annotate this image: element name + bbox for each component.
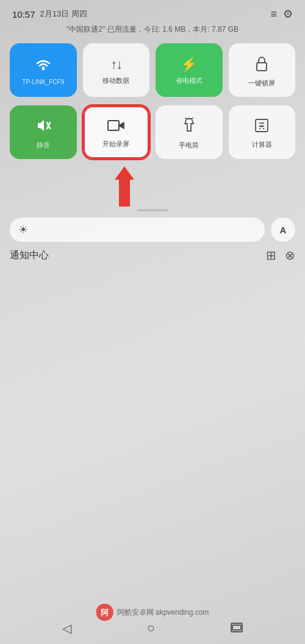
scroll-bar <box>137 209 168 211</box>
notification-center-bar: 通知中心 ⊞ ⊗ <box>10 248 295 263</box>
silent-label: 静音 <box>37 141 50 150</box>
power-mode-label: 省电模式 <box>176 76 203 85</box>
tile-power-mode[interactable]: ⚡ 省电模式 <box>156 43 223 97</box>
calculator-label: 计算器 <box>252 140 272 149</box>
menu-icon: ≡ <box>270 8 277 21</box>
bottom-nav: ◁ ○ <box>0 612 305 644</box>
notification-area <box>0 269 305 391</box>
status-date: 2月13日 周四 <box>40 9 87 19</box>
tile-calculator[interactable]: 计算器 <box>229 105 296 159</box>
quick-tiles-grid: TP-LINK_FCF9 ↑↓ 移动数据 ⚡ 省电模式 一键锁屏 <box>0 40 305 101</box>
tile-wifi[interactable]: TP-LINK_FCF9 <box>10 43 77 97</box>
silent-icon <box>35 118 51 136</box>
flashlight-icon <box>182 118 196 136</box>
arrow-head <box>115 166 134 180</box>
svg-rect-20 <box>232 625 241 630</box>
tile-screen-record[interactable]: 开始录屏 <box>83 105 150 159</box>
flashlight-label: 手电筒 <box>179 141 199 150</box>
quick-tiles-grid-row2: 静音 开始录屏 手电筒 <box>0 102 305 163</box>
svg-point-0 <box>41 67 45 70</box>
svg-marker-5 <box>119 122 124 129</box>
brightness-row: ☀ A <box>10 218 295 242</box>
screen-record-label: 开始录屏 <box>102 140 129 149</box>
mobile-data-icon: ↑↓ <box>110 58 121 71</box>
svg-rect-4 <box>108 121 119 130</box>
expand-notifications-icon[interactable]: ⊞ <box>266 248 276 263</box>
svg-rect-1 <box>257 63 267 71</box>
scroll-indicator <box>0 209 305 211</box>
mobile-data-label: 移动数据 <box>102 76 129 85</box>
data-usage-bar: "中国联通2" 已用流量，今日: 1.6 MB，本月: 7.87 GB <box>0 23 305 40</box>
lock-icon <box>254 55 269 74</box>
wifi-icon <box>35 58 52 74</box>
settings-icon: ⚙ <box>283 7 293 21</box>
tile-flashlight[interactable]: 手电筒 <box>156 105 223 159</box>
arrow-indicator <box>0 165 305 207</box>
auto-brightness-button[interactable]: A <box>271 218 295 242</box>
back-button[interactable]: ◁ <box>62 621 71 635</box>
arrow-shaft <box>119 180 130 207</box>
status-icons: ≡ ⚙ <box>270 7 293 21</box>
lock-label: 一键锁屏 <box>248 79 275 88</box>
power-mode-icon: ⚡ <box>181 58 197 71</box>
calculator-icon <box>254 118 269 135</box>
wifi-label: TP-LINK_FCF9 <box>22 79 64 85</box>
brightness-icon: ☀ <box>18 223 28 236</box>
svg-line-6 <box>185 118 187 119</box>
status-bar: 10:57 2月13日 周四 ≡ ⚙ <box>0 0 305 23</box>
home-button[interactable]: ○ <box>147 620 155 636</box>
recent-apps-button[interactable] <box>231 621 243 635</box>
screen-record-icon <box>107 119 124 135</box>
tile-mobile-data[interactable]: ↑↓ 移动数据 <box>83 43 150 97</box>
status-time: 10:57 <box>12 9 35 19</box>
tile-silent[interactable]: 静音 <box>10 105 77 159</box>
notification-center-label: 通知中心 <box>10 249 49 262</box>
brightness-slider[interactable]: ☀ <box>10 218 265 242</box>
tile-lock[interactable]: 一键锁屏 <box>229 43 296 97</box>
clear-notifications-icon[interactable]: ⊗ <box>285 248 295 263</box>
svg-line-8 <box>192 118 193 119</box>
notification-center-controls: ⊞ ⊗ <box>266 248 295 263</box>
